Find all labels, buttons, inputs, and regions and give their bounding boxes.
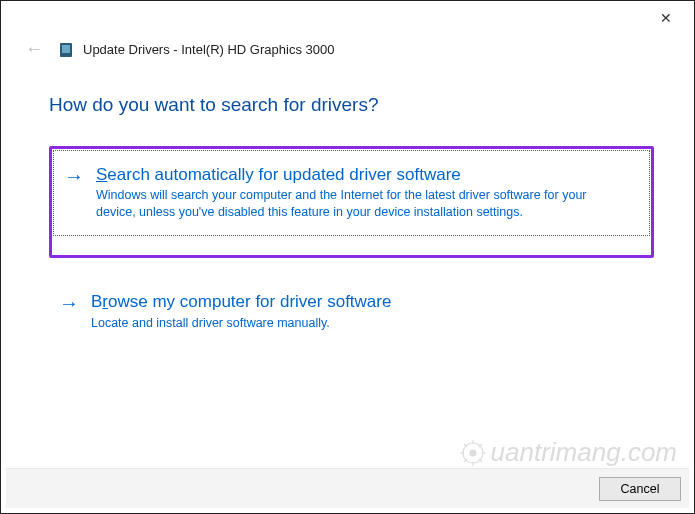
option-text: Search automatically for updated driver … bbox=[96, 165, 633, 221]
back-arrow-icon: ← bbox=[25, 39, 43, 59]
back-button[interactable]: ← bbox=[19, 35, 49, 64]
svg-line-10 bbox=[479, 459, 482, 462]
svg-point-3 bbox=[463, 443, 483, 463]
page-heading: How do you want to search for drivers? bbox=[49, 94, 654, 116]
watermark: uantrimang.com bbox=[459, 437, 677, 468]
svg-line-11 bbox=[479, 444, 482, 447]
option-title: Search automatically for updated driver … bbox=[96, 165, 633, 185]
close-icon: ✕ bbox=[660, 10, 672, 26]
svg-point-4 bbox=[469, 449, 476, 456]
option-description: Windows will search your computer and th… bbox=[96, 187, 606, 221]
svg-rect-2 bbox=[63, 55, 69, 57]
content-area: How do you want to search for drivers? →… bbox=[1, 70, 694, 345]
device-icon bbox=[59, 40, 73, 60]
window-title: Update Drivers - Intel(R) HD Graphics 30… bbox=[83, 42, 334, 57]
header: ← Update Drivers - Intel(R) HD Graphics … bbox=[1, 35, 694, 70]
arrow-right-icon: → bbox=[62, 165, 86, 221]
footer: Cancel bbox=[6, 468, 689, 508]
arrow-right-icon: → bbox=[57, 292, 81, 331]
close-button[interactable]: ✕ bbox=[646, 5, 686, 31]
cancel-button[interactable]: Cancel bbox=[599, 477, 681, 501]
highlight-frame: → Search automatically for updated drive… bbox=[49, 146, 654, 258]
option-browse-computer[interactable]: → Browse my computer for driver software… bbox=[49, 278, 654, 345]
svg-rect-1 bbox=[62, 45, 70, 53]
option-text: Browse my computer for driver software L… bbox=[91, 292, 638, 331]
svg-line-12 bbox=[464, 459, 467, 462]
watermark-text: uantrimang.com bbox=[491, 437, 677, 468]
option-description: Locate and install driver software manua… bbox=[91, 315, 601, 332]
titlebar: ✕ bbox=[1, 1, 694, 35]
svg-line-9 bbox=[464, 444, 467, 447]
option-search-automatically[interactable]: → Search automatically for updated drive… bbox=[53, 150, 650, 236]
option-title: Browse my computer for driver software bbox=[91, 292, 638, 312]
